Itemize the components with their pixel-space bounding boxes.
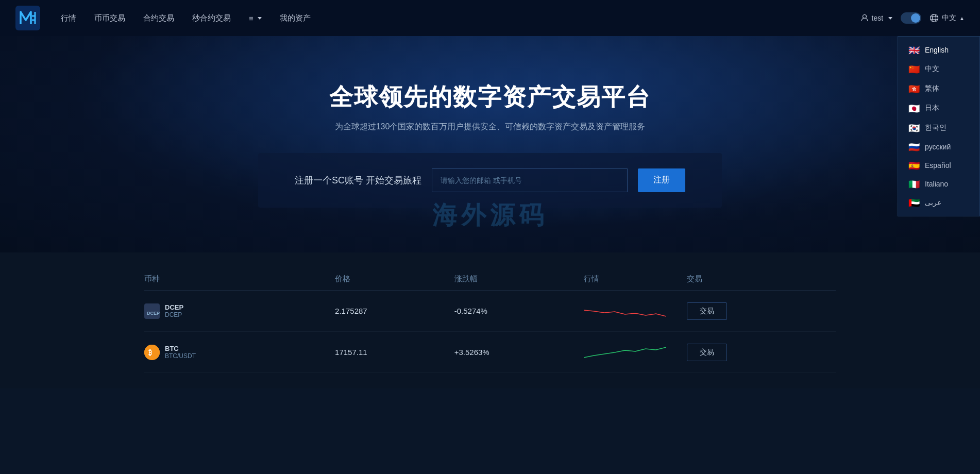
- trade-cell-btc: 交易: [687, 332, 836, 373]
- flag-zh: 🇨🇳: [908, 65, 920, 73]
- toggle-knob: [911, 13, 920, 23]
- market-section: 币种 价格 涨跌幅 行情 交易 DCEP: [0, 252, 980, 388]
- register-button[interactable]: 注册: [638, 168, 685, 192]
- mini-chart-btc: [584, 341, 666, 362]
- col-trade: 交易: [687, 268, 836, 291]
- nav-second-contract[interactable]: 秒合约交易: [192, 13, 231, 23]
- price-dcep: 2.175287: [335, 291, 454, 332]
- col-price: 价格: [335, 268, 454, 291]
- nav-my-assets[interactable]: 我的资产: [280, 13, 311, 23]
- register-input[interactable]: [432, 168, 628, 192]
- nav-coin-trade[interactable]: 币币交易: [94, 13, 125, 23]
- language-dropdown: 🇬🇧 English 🇨🇳 中文 🇭🇰 繁体 🇯🇵 日本 🇰🇷 한국인 🇷🇺 р…: [898, 36, 980, 216]
- table-row: ₿ BTC BTC/USDT 17157.11 +3.5263%: [144, 332, 836, 373]
- user-arrow-icon: [888, 17, 892, 20]
- coin-name-dcep: DCEP DCEP: [165, 303, 183, 318]
- lang-label-ja: 日本: [925, 104, 939, 113]
- nav-right: test 中文 ▲: [860, 12, 965, 24]
- nav-more[interactable]: ≡: [249, 14, 262, 23]
- hero-subtitle: 为全球超过130个国家的数百万用户提供安全、可信赖的数字资产交易及资产管理服务: [335, 122, 646, 132]
- col-market: 行情: [584, 268, 687, 291]
- flag-es: 🇪🇸: [908, 161, 920, 170]
- trade-button-dcep[interactable]: 交易: [687, 302, 727, 320]
- market-table: 币种 价格 涨跌幅 行情 交易 DCEP: [144, 268, 836, 373]
- nav-links: 行情 币币交易 合约交易 秒合约交易 ≡ 我的资产: [61, 13, 860, 23]
- user-section[interactable]: test: [860, 14, 893, 22]
- flag-zh-tw: 🇭🇰: [908, 84, 920, 93]
- lang-label-ko: 한국인: [925, 123, 947, 132]
- lang-label-ar: عربى: [925, 198, 941, 207]
- table-header-row: 币种 价格 涨跌幅 行情 交易: [144, 268, 836, 291]
- coin-pair-dcep: DCEP: [165, 311, 183, 318]
- lang-arrow-icon: ▲: [959, 15, 965, 21]
- hero-section: 全球领先的数字资产交易平台 为全球超过130个国家的数百万用户提供安全、可信赖的…: [0, 36, 980, 252]
- lang-label-es: Español: [925, 161, 951, 170]
- change-btc: +3.5263%: [454, 332, 584, 373]
- nav-contract-trade[interactable]: 合约交易: [143, 13, 174, 23]
- register-label: 注册一个SC账号 开始交易旅程: [295, 174, 421, 187]
- nav-market[interactable]: 行情: [61, 13, 76, 23]
- hero-title: 全球领先的数字资产交易平台: [329, 81, 651, 113]
- lang-item-es[interactable]: 🇪🇸 Español: [898, 156, 979, 175]
- lang-item-it[interactable]: 🇮🇹 Italiano: [898, 175, 979, 193]
- col-coin: 币种: [144, 268, 335, 291]
- trade-button-btc[interactable]: 交易: [687, 344, 727, 361]
- svg-text:DCEP: DCEP: [147, 311, 160, 316]
- svg-point-8: [144, 345, 160, 360]
- coin-pair-btc: BTC/USDT: [165, 352, 196, 360]
- language-selector[interactable]: 中文 ▲: [930, 13, 965, 23]
- flag-ko: 🇰🇷: [908, 124, 920, 132]
- lang-item-ja[interactable]: 🇯🇵 日本: [898, 98, 979, 118]
- coin-name-btc: BTC BTC/USDT: [165, 345, 196, 360]
- lang-label-it: Italiano: [925, 180, 948, 188]
- table-row: DCEP DCEP DCEP 2.175287 -0.5274%: [144, 291, 836, 332]
- change-dcep: -0.5274%: [454, 291, 584, 332]
- chart-btc: [584, 332, 687, 373]
- lang-item-en[interactable]: 🇬🇧 English: [898, 41, 979, 59]
- flag-ru: 🇷🇺: [908, 143, 920, 151]
- lang-label-en: English: [925, 46, 949, 54]
- user-name: test: [872, 14, 884, 22]
- logo[interactable]: [15, 6, 40, 30]
- lang-item-zh[interactable]: 🇨🇳 中文: [898, 59, 979, 79]
- globe-icon: [930, 13, 939, 23]
- register-section: 注册一个SC账号 开始交易旅程 注册: [258, 153, 722, 208]
- flag-ar: 🇦🇪: [908, 198, 920, 207]
- lang-item-zh-tw[interactable]: 🇭🇰 繁体: [898, 79, 979, 98]
- lang-label-zh-tw: 繁体: [925, 84, 939, 93]
- navbar: 行情 币币交易 合约交易 秒合约交易 ≡ 我的资产 test: [0, 0, 980, 36]
- coin-cell-btc: ₿ BTC BTC/USDT: [144, 332, 335, 373]
- lang-item-ko[interactable]: 🇰🇷 한국인: [898, 118, 979, 138]
- chart-dcep: [584, 291, 687, 332]
- coin-icon-dcep: DCEP: [144, 303, 160, 319]
- flag-it: 🇮🇹: [908, 180, 920, 188]
- flag-ja: 🇯🇵: [908, 104, 920, 112]
- lang-item-ru[interactable]: 🇷🇺 русский: [898, 138, 979, 156]
- coin-symbol-dcep: DCEP: [165, 303, 183, 311]
- svg-point-2: [931, 14, 938, 22]
- trade-cell-dcep: 交易: [687, 291, 836, 332]
- coin-symbol-btc: BTC: [165, 345, 196, 352]
- price-btc: 17157.11: [335, 332, 454, 373]
- lang-label-ru: русский: [925, 143, 951, 151]
- more-arrow-icon: [258, 17, 262, 20]
- col-change: 涨跌幅: [454, 268, 584, 291]
- user-icon: [860, 14, 869, 22]
- coin-cell-dcep: DCEP DCEP DCEP: [144, 291, 335, 332]
- mini-chart-dcep: [584, 300, 666, 320]
- lang-item-ar[interactable]: 🇦🇪 عربى: [898, 193, 979, 212]
- theme-toggle[interactable]: [901, 12, 921, 24]
- coin-icon-btc: ₿: [144, 345, 160, 360]
- flag-en: 🇬🇧: [908, 46, 920, 54]
- svg-point-3: [933, 14, 936, 22]
- lang-label-zh: 中文: [925, 64, 939, 74]
- current-language: 中文: [942, 13, 956, 23]
- svg-text:₿: ₿: [148, 349, 152, 357]
